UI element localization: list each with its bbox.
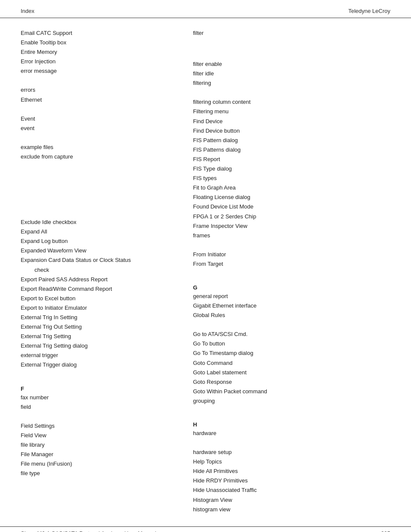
list-item: file type xyxy=(21,469,176,478)
list-item: hardware xyxy=(193,429,390,438)
list-item: filter idle xyxy=(193,69,390,78)
list-item: Gigabit Ethernet interface xyxy=(193,301,390,311)
list-item: Find Device xyxy=(193,117,390,126)
group-g-section: G general report Gigabit Ethernet interf… xyxy=(193,284,390,320)
list-item: External Trig Setting xyxy=(21,332,176,341)
list-item: Email CATC Support xyxy=(21,28,176,38)
list-item: file library xyxy=(21,440,176,450)
list-item: Goto Within Packet command xyxy=(193,387,390,396)
group-field-settings: Field Settings Field View file library F… xyxy=(21,421,176,479)
index-content: Email CATC Support Enable Tooltip box En… xyxy=(0,18,411,532)
list-item: Entire Memory xyxy=(21,47,176,57)
list-item: Fit to Graph Area xyxy=(193,183,390,193)
list-item: File Manager xyxy=(21,450,176,459)
list-item: Exclude Idle checkbox xyxy=(21,218,176,227)
list-item: Goto Label statement xyxy=(193,368,390,377)
list-item: External Trig Out Setting xyxy=(21,322,176,332)
list-item: Expand All xyxy=(21,227,176,236)
list-item: From Target xyxy=(193,259,390,269)
list-item: external trigger xyxy=(21,351,176,360)
list-item: Frame Inspector View xyxy=(193,221,390,231)
list-item: error message xyxy=(21,66,176,76)
section-header-g: G xyxy=(193,284,390,291)
list-item: FIS types xyxy=(193,174,390,183)
list-item: Export to Initiator Emulator xyxy=(21,303,176,313)
list-item: External Trigger dialog xyxy=(21,360,176,370)
list-item: Event xyxy=(21,114,176,124)
group-filter: filter xyxy=(193,28,390,38)
group-filtering-column: filtering column content Filtering menu … xyxy=(193,97,390,240)
list-item: fax number xyxy=(21,393,176,402)
list-item: FIS Patterns dialog xyxy=(193,145,390,155)
list-item: Enable Tooltip box xyxy=(21,38,176,47)
list-item: example files xyxy=(21,143,176,152)
list-item: Find Device button xyxy=(193,126,390,136)
group-from: From Initiator From Target xyxy=(193,250,390,269)
page: Index Teledyne LeCroy Email CATC Support… xyxy=(0,0,411,532)
list-item: exclude from capture xyxy=(21,152,176,162)
list-item: errors xyxy=(21,85,176,95)
right-column: filter filter enable filter idle filteri… xyxy=(189,28,390,519)
list-item: Export Read/Write Command Report xyxy=(21,284,176,294)
group-email: Email CATC Support Enable Tooltip box En… xyxy=(21,28,176,76)
list-item: filter enable xyxy=(193,59,390,69)
list-item: FIS Type dialog xyxy=(193,164,390,174)
list-item: Export to Excel button xyxy=(21,294,176,303)
list-item: filtering column content xyxy=(193,97,390,107)
list-item: Found Device List Mode xyxy=(193,202,390,212)
page-footer: Sierra M6-1 SAS/SATA Protocol Analyzer U… xyxy=(0,526,411,532)
list-item: Go To Timestamp dialog xyxy=(193,348,390,358)
list-item: From Initiator xyxy=(193,250,390,259)
list-item: field xyxy=(21,402,176,412)
group-goto: Go to ATA/SCSI Cmd. Go To button Go To T… xyxy=(193,330,390,406)
list-item: Go to ATA/SCSI Cmd. xyxy=(193,330,390,339)
group-exclude: Exclude Idle checkbox Expand All Expand … xyxy=(21,218,176,370)
list-item: File menu (InFusion) xyxy=(21,459,176,469)
list-item: filtering xyxy=(193,78,390,88)
group-filter-enable: filter enable filter idle filtering xyxy=(193,59,390,88)
list-item: Field View xyxy=(21,431,176,440)
group-example: example files exclude from capture xyxy=(21,143,176,162)
list-item: Ethernet xyxy=(21,95,176,105)
left-column: Email CATC Support Enable Tooltip box En… xyxy=(21,28,189,519)
list-item: hardware setup xyxy=(193,448,390,457)
section-header-f: F xyxy=(21,386,176,392)
list-item: histogram view xyxy=(193,505,390,514)
footer-right: 295 xyxy=(381,530,390,532)
list-item: Hide All Primitives xyxy=(193,467,390,476)
list-item: event xyxy=(21,124,176,133)
list-item: Floating License dialog xyxy=(193,193,390,202)
list-item: FIS Report xyxy=(193,155,390,164)
list-item: filter xyxy=(193,28,390,38)
list-item: External Trig Setting dialog xyxy=(21,341,176,351)
list-item: Expand Log button xyxy=(21,236,176,246)
list-item: Error Injection xyxy=(21,57,176,66)
list-item: Filtering menu xyxy=(193,107,390,116)
page-header: Index Teledyne LeCroy xyxy=(0,0,411,18)
section-header-h: H xyxy=(193,421,390,428)
header-left: Index xyxy=(21,8,34,14)
list-item: Hide Unassociated Traffic xyxy=(193,485,390,495)
list-item: Hide RRDY Primitives xyxy=(193,476,390,485)
group-h-section: H hardware xyxy=(193,421,390,438)
list-item: Goto Command xyxy=(193,358,390,368)
header-right: Teledyne LeCroy xyxy=(348,8,390,14)
list-item: general report xyxy=(193,292,390,301)
list-item: FIS Pattern dialog xyxy=(193,136,390,145)
list-item: Go To button xyxy=(193,339,390,348)
list-item: Field Settings xyxy=(21,421,176,431)
list-item: grouping xyxy=(193,396,390,406)
list-item: External Trig In Setting xyxy=(21,313,176,322)
list-item: Expanded Waveform View xyxy=(21,246,176,255)
group-event: Event event xyxy=(21,114,176,133)
footer-left: Sierra M6-1 SAS/SATA Protocol Analyzer U… xyxy=(21,530,156,532)
group-f-section: F fax number field xyxy=(21,386,176,412)
group-errors: errors Ethernet xyxy=(21,85,176,104)
list-item: Histogram View xyxy=(193,495,390,505)
list-item: check xyxy=(21,265,176,275)
list-item: Export Paired SAS Address Report xyxy=(21,275,176,284)
list-item: Global Rules xyxy=(193,311,390,320)
list-item: Help Topics xyxy=(193,457,390,467)
list-item: Expansion Card Data Status or Clock Stat… xyxy=(21,255,176,265)
list-item: FPGA 1 or 2 Serdes Chip xyxy=(193,212,390,221)
